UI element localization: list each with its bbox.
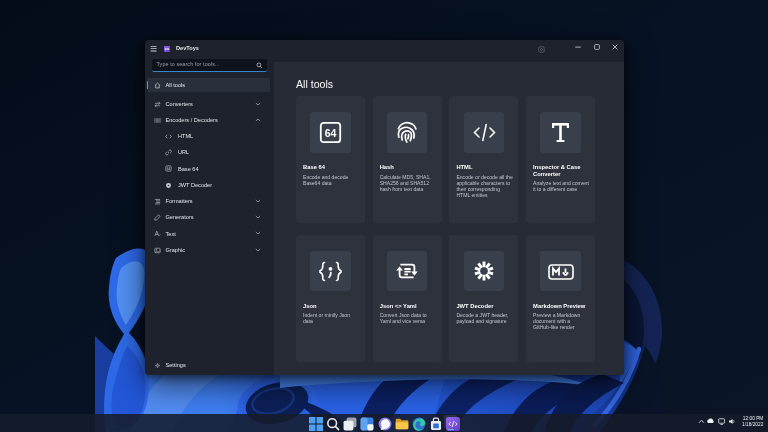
svg-text:64: 64 — [324, 127, 336, 139]
svg-text:64: 64 — [166, 167, 170, 171]
